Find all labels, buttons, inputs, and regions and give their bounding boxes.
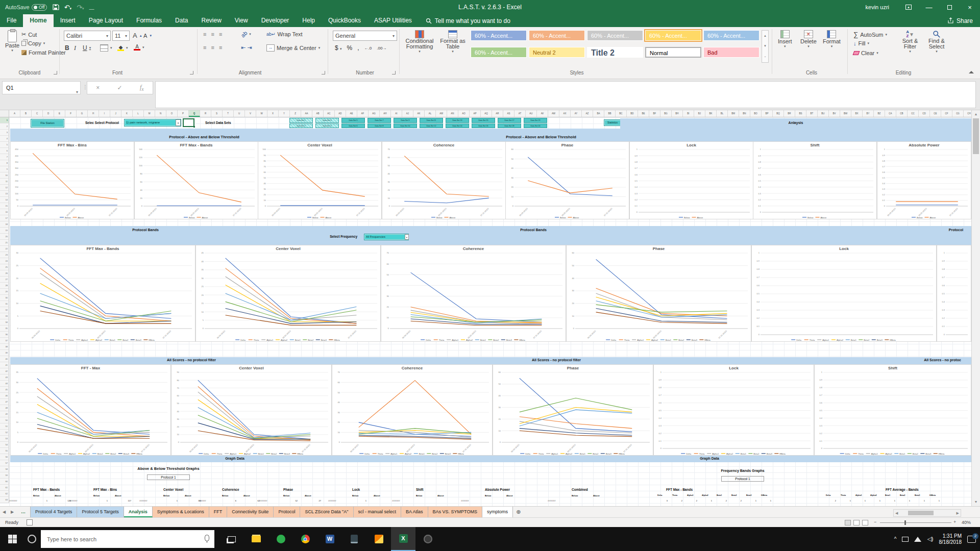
row-header-18[interactable]: 18 [0, 221, 9, 228]
cell-style-title-2[interactable]: Title 2 [587, 47, 643, 58]
column-header-AM[interactable]: AM [436, 110, 447, 117]
row-header-36[interactable]: 36 [0, 332, 9, 338]
chart-panel-center-voxel[interactable]: Center Voxel010203040506070809010009.04.… [258, 141, 382, 219]
font-dialog-launcher-icon[interactable] [190, 71, 193, 74]
font-size-combo[interactable]: 11▾ [112, 31, 130, 41]
row-header-14[interactable]: 14 [0, 197, 9, 203]
insert-function-icon[interactable]: fx [140, 84, 144, 92]
row-header-6[interactable]: 6 [0, 148, 9, 154]
collapse-ribbon-icon[interactable] [969, 71, 974, 73]
hscroll-left-icon[interactable]: ◀ [895, 511, 898, 516]
row-header-5[interactable]: 5 [0, 142, 9, 148]
row-header-17[interactable]: 17 [0, 215, 9, 221]
column-header-C[interactable]: C [32, 110, 43, 117]
dataset-button-data-set-10[interactable]: Data Set 10 [394, 123, 417, 129]
column-header-U[interactable]: U [234, 110, 245, 117]
column-header-AH[interactable]: AH [380, 110, 391, 117]
chart-panel-phase[interactable]: Phase010203040506009.04.18 EO06.05.18 EO… [493, 364, 653, 456]
column-header-BH[interactable]: BH [672, 110, 683, 117]
row-header-57[interactable]: 57 [0, 460, 9, 466]
column-header-BN[interactable]: BN [739, 110, 750, 117]
row-header-46[interactable]: 46 [0, 393, 9, 399]
row-header-39[interactable]: 39 [0, 350, 9, 356]
macro-record-icon[interactable] [27, 519, 33, 525]
row-header-33[interactable]: 33 [0, 313, 9, 319]
dataset-button-data-set-19[interactable]: Data Set 19 [524, 118, 547, 123]
column-header-BK[interactable]: BK [705, 110, 717, 117]
column-header-BT[interactable]: BT [806, 110, 818, 117]
enter-entry-icon[interactable]: ✓ [117, 84, 122, 91]
ribbon-tab-file[interactable]: File [0, 14, 23, 27]
column-header-BS[interactable]: BS [795, 110, 806, 117]
column-header-AL[interactable]: AL [425, 110, 436, 117]
column-header-CE[interactable]: CE [930, 110, 941, 117]
tray-expand-icon[interactable]: ^ [894, 536, 897, 542]
select-all-corner[interactable] [0, 110, 9, 117]
dataset-button-data-set-13[interactable]: Data Set 13 [446, 118, 469, 123]
sheet-tab-analysis[interactable]: Analysis [124, 507, 153, 517]
column-header-AC[interactable]: AC [324, 110, 335, 117]
cell-style-60-accent-[interactable]: 60% - Accent... [471, 47, 527, 58]
file-station-button[interactable]: File Station [31, 119, 64, 128]
column-header-CA[interactable]: CA [885, 110, 896, 117]
column-header-P[interactable]: P [178, 110, 189, 117]
row-header-38[interactable]: 38 [0, 344, 9, 350]
column-headers[interactable]: ABCDEFGHIJKLMNOPQRSTUVWXYZAAABACADAEAFAG… [0, 110, 971, 117]
row-header-13[interactable]: 13 [0, 191, 9, 197]
chart-panel-center-voxel[interactable]: Center Voxel010203040506070809009.04.18 … [171, 364, 332, 456]
column-header-BR[interactable]: BR [784, 110, 795, 117]
row-header-9[interactable]: 9 [0, 166, 9, 172]
column-header-BZ[interactable]: BZ [874, 110, 885, 117]
sheet-tab-protocol[interactable]: Protocol [274, 507, 300, 517]
row-header-61[interactable]: 61 [0, 485, 9, 491]
chart-panel-fft-max[interactable]: FFT - Max0510152025303509.04.18 EO06.05.… [10, 364, 171, 456]
dataset-button-data-set-2[interactable]: Data Set 2 [289, 123, 313, 129]
restore-button[interactable] [939, 0, 960, 14]
wrap-text-button[interactable]: ab↵Wrap Text [266, 31, 303, 37]
clipboard-dialog-launcher-icon[interactable] [54, 71, 57, 74]
column-header-BB[interactable]: BB [604, 110, 616, 117]
dataset-button-data-set-15[interactable]: Data Set 15 [472, 118, 495, 123]
column-header-D[interactable]: D [43, 110, 54, 117]
chart-panel-phase[interactable]: Phase010203040506009.04.18 EO06.05.18 EO… [505, 141, 629, 219]
column-header-F[interactable]: F [65, 110, 77, 117]
column-header-CD[interactable]: CD [919, 110, 930, 117]
taskbar-clock[interactable]: 1:31 PM 8/18/2018 [939, 533, 962, 545]
column-header-AW[interactable]: AW [548, 110, 559, 117]
dataset-button-data-set-17[interactable]: Data Set 17 [498, 118, 521, 123]
column-header-CC[interactable]: CC [908, 110, 919, 117]
dataset-button-data-set-4[interactable]: Data Set 4 [315, 123, 339, 129]
chart-panel-lock[interactable]: Lock00.10.20.30.40.50.60.70.80.91BelowAb… [629, 141, 753, 219]
column-header-AE[interactable]: AE [346, 110, 357, 117]
number-format-combo[interactable]: General▾ [333, 31, 397, 41]
more-sheets-tab[interactable]: … [16, 507, 31, 517]
column-header-I[interactable]: I [99, 110, 110, 117]
row-header-45[interactable]: 45 [0, 387, 9, 393]
find-select-button[interactable]: Find & Select▾ [925, 30, 948, 54]
row-header-20[interactable]: 20 [0, 234, 9, 240]
column-header-AQ[interactable]: AQ [481, 110, 492, 117]
dataset-button-data-set-12[interactable]: Data Set 12 [420, 123, 443, 129]
ribbon-tab-insert[interactable]: Insert [54, 14, 82, 27]
dataset-button-data-set-16[interactable]: Data Set 16 [472, 123, 495, 129]
row-header-1[interactable]: 1 [0, 117, 9, 123]
row-header-49[interactable]: 49 [0, 411, 9, 417]
shrink-font-button[interactable]: A▼ [143, 33, 152, 39]
chart-panel-coherence[interactable]: Coherence01020304050607009.04.18 EO06.05… [381, 245, 566, 342]
row-header-28[interactable]: 28 [0, 283, 9, 289]
column-header-BU[interactable]: BU [818, 110, 829, 117]
cortana-icon[interactable] [28, 535, 36, 543]
column-header-M[interactable]: M [144, 110, 155, 117]
column-header-AA[interactable]: AA [301, 110, 312, 117]
start-button[interactable] [0, 527, 24, 551]
row-header-11[interactable]: 11 [0, 179, 9, 185]
column-header-AK[interactable]: AK [413, 110, 425, 117]
indent-buttons[interactable]: ⇤ ⇥ [241, 44, 252, 51]
statistics-button[interactable]: Statistics [604, 119, 621, 126]
row-header-56[interactable]: 56 [0, 454, 9, 460]
onedrive-icon[interactable] [902, 537, 909, 542]
dataset-button-data-set-8[interactable]: Data Set 8 [368, 123, 391, 129]
column-header-Z[interactable]: Z [290, 110, 301, 117]
row-header-63[interactable]: 63 [0, 497, 9, 503]
row-header-34[interactable]: 34 [0, 319, 9, 325]
